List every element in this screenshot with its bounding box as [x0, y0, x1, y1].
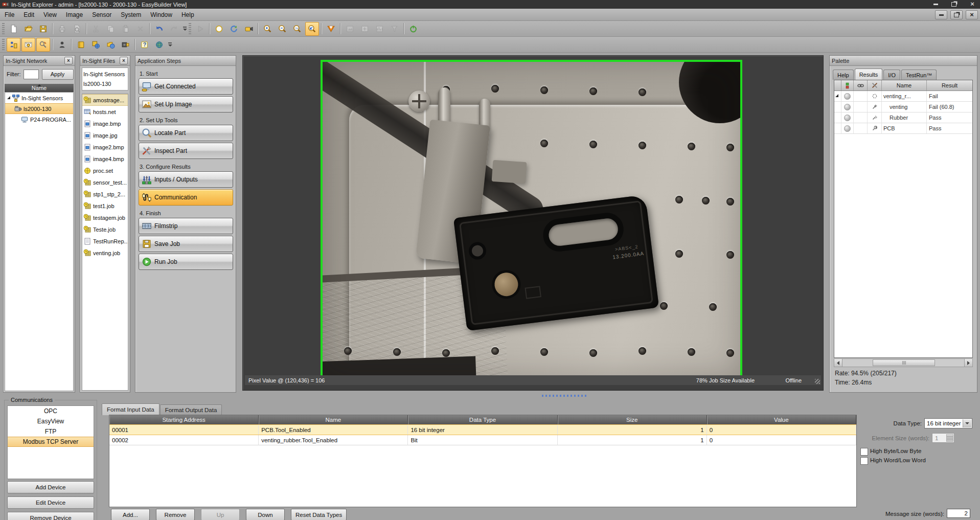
chevron-down-icon[interactable]	[963, 419, 971, 427]
ring-light-icon[interactable]	[212, 22, 226, 36]
column-header-starting-address[interactable]: Starting Address	[109, 415, 259, 424]
set-up-image-button[interactable]: Set Up Image	[139, 96, 233, 112]
calibrate-icon[interactable]	[358, 22, 372, 36]
easybuilder-view-icon[interactable]	[7, 38, 20, 52]
cut-icon[interactable]	[89, 22, 103, 36]
save-to-sensor-icon[interactable]	[89, 38, 103, 52]
scroll-right-icon[interactable]	[964, 359, 972, 367]
spin-up-icon[interactable]	[946, 434, 953, 438]
new-icon[interactable]	[7, 22, 20, 36]
inputs-outputs-button[interactable]: Inputs / Outputs	[139, 171, 233, 188]
high-byte-checkbox[interactable]	[860, 448, 868, 456]
column-header-data-type[interactable]: Data Type	[408, 415, 557, 424]
file-item[interactable]: image.jpg	[82, 129, 128, 141]
zoom-1x-icon[interactable]: 1x	[290, 22, 304, 36]
results-horizontal-scrollbar[interactable]	[834, 358, 973, 367]
tab-format-output-data[interactable]: Format Output Data	[160, 404, 222, 415]
file-item[interactable]: image.bmp	[82, 118, 128, 129]
file-item[interactable]: amostrage...	[82, 94, 128, 106]
file-item[interactable]: TestRunRep...	[82, 235, 128, 247]
tab-testrun[interactable]: TestRun™	[901, 70, 937, 80]
result-row[interactable]: PCBPass	[834, 123, 972, 134]
save-icon[interactable]	[36, 22, 50, 36]
add-device-button[interactable]: Add Device	[7, 481, 94, 493]
tab-format-input-data[interactable]: Format Input Data	[102, 403, 159, 415]
undo-icon[interactable]	[152, 22, 166, 36]
file-item[interactable]: test1.job	[82, 200, 128, 212]
device-easyview[interactable]: EasyView	[8, 416, 94, 426]
open-icon[interactable]	[21, 22, 35, 36]
format-data-row[interactable]: 00002venting_rubber.Tool_EnabledBit10	[109, 435, 856, 445]
tree-item-p24-progra-[interactable]: P24-PROGRA...	[5, 114, 73, 125]
remove-device-button[interactable]: Remove Device	[7, 512, 94, 520]
help-icon[interactable]: ?	[138, 38, 151, 52]
result-row[interactable]: venting_r...Fail	[834, 91, 972, 102]
up-button[interactable]: Up	[201, 509, 240, 520]
file-item[interactable]: image2.bmp	[82, 141, 128, 153]
column-header-name[interactable]: Name	[259, 415, 408, 424]
filmstrip-button[interactable]: Filmstrip	[139, 218, 233, 234]
network-panel-close-icon[interactable]: ×	[64, 57, 73, 64]
message-size-input[interactable]: 2	[947, 509, 970, 518]
delete-icon[interactable]	[133, 22, 147, 36]
minimize-button[interactable]	[929, 1, 942, 8]
save-job-button[interactable]: Save Job	[139, 236, 233, 252]
device-modbus-tcp-server[interactable]: Modbus TCP Server	[8, 437, 94, 447]
zoom-in-icon[interactable]	[261, 22, 275, 36]
splitter-handle[interactable]	[542, 395, 588, 397]
down-button[interactable]: Down	[246, 509, 285, 520]
edit-device-button[interactable]: Edit Device	[7, 496, 94, 509]
tree-item-ls2000-130[interactable]: ls2000-130	[5, 103, 73, 114]
mdi-minimize-button[interactable]	[935, 10, 947, 19]
remove-button[interactable]: Remove	[156, 509, 195, 520]
print-preview-icon[interactable]	[70, 22, 84, 36]
file-item[interactable]: stp1_stp_2...	[82, 188, 128, 200]
zoom-out-icon[interactable]	[276, 22, 289, 36]
tree-item-in-sight-sensors[interactable]: In-Sight Sensors	[5, 93, 73, 103]
scroll-left-icon[interactable]	[834, 359, 842, 367]
file-item[interactable]: image4.bmp	[82, 153, 128, 165]
file-item[interactable]: Teste.job	[82, 223, 128, 235]
close-button[interactable]: ×	[966, 1, 979, 8]
online-icon[interactable]	[406, 22, 420, 36]
play-icon[interactable]	[193, 22, 207, 36]
filter-input[interactable]	[24, 70, 39, 79]
open-from-sensor-icon[interactable]	[104, 38, 118, 52]
device-ftp[interactable]: FTP	[8, 426, 94, 437]
add--button[interactable]: Add...	[111, 509, 150, 520]
menu-edit[interactable]: Edit	[19, 10, 39, 20]
paste-icon[interactable]	[119, 22, 132, 36]
sensor-maintenance-icon[interactable]	[119, 38, 132, 52]
menu-window[interactable]: Window	[146, 10, 177, 20]
column-header-value[interactable]: Value	[707, 415, 856, 424]
locate-part-button[interactable]: Locate Part	[139, 125, 233, 141]
camera-icon[interactable]	[242, 22, 256, 36]
run-job-button[interactable]: Run Job	[139, 254, 233, 270]
live-video-icon[interactable]	[227, 22, 241, 36]
spreadsheet-view-icon[interactable]	[21, 38, 35, 52]
menu-sensor[interactable]: Sensor	[87, 10, 116, 20]
reset-data-types-button[interactable]: Reset Data Types	[291, 509, 347, 520]
file-item[interactable]: proc.set	[82, 165, 128, 176]
device-opc[interactable]: OPC	[8, 406, 94, 416]
job-notes-icon[interactable]	[74, 38, 88, 52]
spin-down-icon[interactable]	[946, 438, 953, 442]
mdi-close-button[interactable]: ×	[966, 10, 978, 19]
apply-button[interactable]: Apply	[42, 69, 74, 80]
tab-results[interactable]: Results	[855, 69, 883, 80]
camera-image[interactable]: >ABS<_2 13.200.0AA	[321, 60, 742, 377]
view-tools-icon[interactable]	[36, 38, 50, 52]
communication-button[interactable]: Communication	[139, 189, 233, 206]
resize-grip[interactable]	[815, 379, 820, 384]
file-item[interactable]: sensor_test...	[82, 176, 128, 188]
menu-view[interactable]: View	[39, 10, 61, 20]
menu-system[interactable]: System	[116, 10, 146, 20]
web-icon[interactable]	[152, 38, 166, 52]
network-name-column-header[interactable]: Name	[5, 84, 74, 92]
result-row[interactable]: RubberPass	[834, 112, 972, 123]
toolbar-grip[interactable]	[2, 23, 5, 34]
filter-icon[interactable]	[388, 22, 401, 36]
file-item[interactable]: venting.job	[82, 247, 128, 259]
files-panel-close-icon[interactable]: ×	[120, 57, 128, 64]
file-item[interactable]: hosts.net	[82, 106, 128, 118]
